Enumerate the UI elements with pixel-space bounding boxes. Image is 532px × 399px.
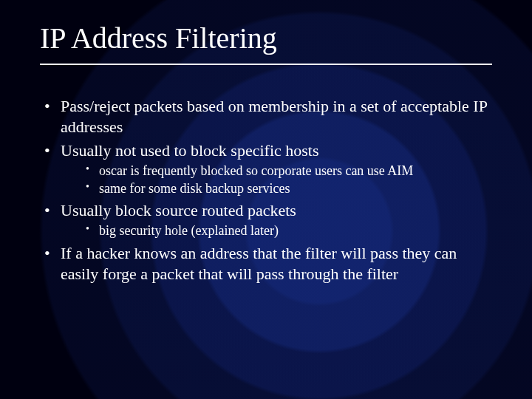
sub-bullet-list: big security hole (explained later)	[61, 222, 492, 239]
slide-title: IP Address Filtering	[40, 21, 277, 55]
sub-bullet-item: oscar is frequently blocked so corporate…	[61, 163, 492, 180]
sub-bullet-text: same for some disk backup services	[99, 181, 290, 196]
sub-bullet-text: oscar is frequently blocked so corporate…	[99, 163, 413, 178]
slide: IP Address Filtering Pass/reject packets…	[0, 0, 532, 399]
bullet-text: Usually block source routed packets	[61, 201, 296, 219]
slide-content: Pass/reject packets based on membership …	[40, 96, 492, 287]
sub-bullet-list: oscar is frequently blocked so corporate…	[61, 163, 492, 197]
sub-bullet-item: big security hole (explained later)	[61, 222, 492, 239]
title-underline	[40, 64, 492, 65]
bullet-item: Usually block source routed packets big …	[40, 200, 492, 240]
bullet-item: If a hacker knows an address that the fi…	[40, 243, 492, 284]
bullet-list: Pass/reject packets based on membership …	[40, 96, 492, 284]
bullet-text: Usually not used to block specific hosts	[61, 141, 319, 160]
sub-bullet-text: big security hole (explained later)	[99, 223, 279, 238]
bullet-text: Pass/reject packets based on membership …	[61, 97, 487, 136]
bullet-item: Usually not used to block specific hosts…	[40, 140, 492, 197]
sub-bullet-item: same for some disk backup services	[61, 180, 492, 197]
bullet-item: Pass/reject packets based on membership …	[40, 96, 492, 137]
bullet-text: If a hacker knows an address that the fi…	[61, 244, 457, 283]
